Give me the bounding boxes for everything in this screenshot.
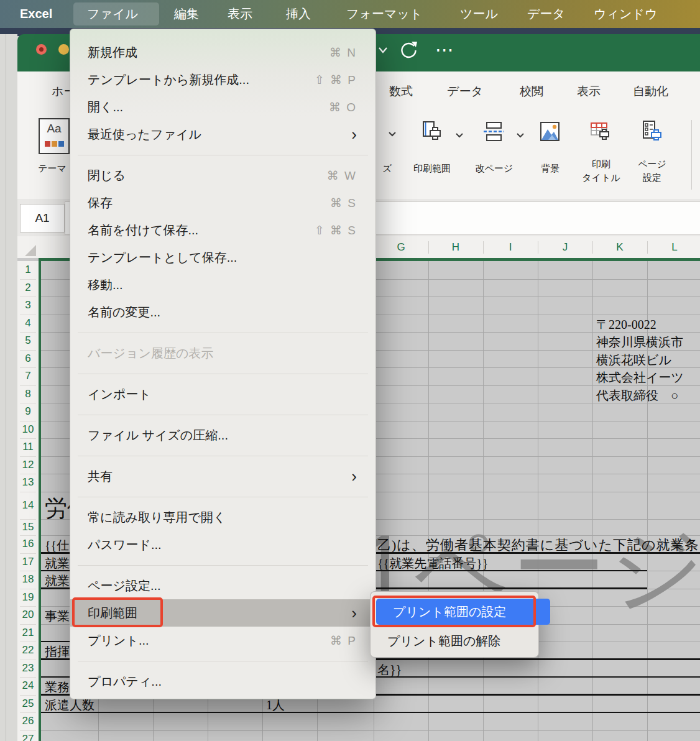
file-menu: 新規作成⌘ Nテンプレートから新規作成...⇧ ⌘ P開く...⌘ O最近使った…: [70, 29, 376, 699]
menu-separator: [78, 415, 368, 415]
menu-separator: [78, 661, 368, 661]
screen: ⋯ ホーム数式データ校閲表示自動化ヘ Aa テーマ ズ 印刷範囲 改ページ: [0, 0, 700, 741]
menu-item-プリント[interactable]: プリント...⌘ P: [70, 627, 375, 654]
menubar-item-4[interactable]: 挿入: [286, 0, 311, 28]
table-border: [41, 712, 700, 714]
menu-item-label: 共有: [88, 468, 351, 485]
menubar-item-5[interactable]: フォーマット: [346, 0, 422, 28]
menubar-item-8[interactable]: ウィンドウ: [594, 0, 657, 28]
menu-item-label: 印刷範囲: [88, 605, 351, 622]
menu-item-常に読み取り専用で開く[interactable]: 常に読み取り専用で開く: [70, 504, 375, 531]
print-area-submenu: プリント範囲の設定 プリント範囲の解除: [370, 591, 539, 658]
menu-separator: [78, 497, 368, 497]
menu-item-label: 常に読み取り専用で開く: [88, 509, 357, 526]
menu-item-インポト[interactable]: インポート: [70, 380, 375, 408]
menu-item-新規作成[interactable]: 新規作成⌘ N: [70, 39, 375, 66]
menu-separator: [78, 456, 368, 456]
menu-item-移動[interactable]: 移動...: [70, 271, 375, 298]
submenu-item-set-print-area[interactable]: プリント範囲の設定: [376, 599, 550, 625]
menu-item-パスワド[interactable]: パスワード...: [70, 531, 375, 558]
menu-item-ペジ設定[interactable]: ページ設定...: [70, 572, 375, 599]
menu-separator: [78, 565, 368, 566]
menu-item-label: バージョン履歴の表示: [88, 345, 357, 362]
menu-item-テンプレトから新規作成[interactable]: テンプレートから新規作成...⇧ ⌘ P: [70, 66, 375, 93]
menu-item-名前を付けて保存[interactable]: 名前を付けて保存...⇧ ⌘ S: [70, 216, 375, 244]
menu-item-label: プロパティ...: [88, 673, 357, 690]
menu-item-名前の変更[interactable]: 名前の変更...: [70, 298, 375, 326]
menu-item-ファイルサイズの圧縮[interactable]: ファイル サイズの圧縮...: [70, 421, 375, 449]
menu-item-バジョン履歴の表示[interactable]: バージョン履歴の表示: [70, 339, 375, 367]
menu-item-共有[interactable]: 共有›: [70, 463, 375, 490]
menu-item-label: 閉じる: [88, 167, 327, 184]
submenu-chevron-icon: ›: [351, 607, 357, 619]
menu-item-label: 移動...: [88, 277, 357, 293]
menu-item-保存[interactable]: 保存⌘ S: [70, 189, 375, 216]
menu-item-label: 新規作成: [88, 44, 329, 61]
menu-item-テンプレトとして保存[interactable]: テンプレートとして保存...: [70, 244, 375, 271]
menubar-item-2[interactable]: 編集: [174, 0, 199, 28]
menubar-item-6[interactable]: ツール: [460, 0, 498, 28]
menu-item-label: インポート: [88, 386, 357, 403]
menu-separator: [78, 333, 368, 333]
menu-item-shortcut: ⇧ ⌘ S: [315, 223, 357, 237]
menu-item-shortcut: ⌘ O: [329, 100, 357, 114]
menu-item-label: プリント...: [88, 632, 330, 649]
menubar: Excelファイル編集表示挿入フォーマットツールデータウィンドウ: [0, 0, 700, 28]
menu-item-label: 名前の変更...: [88, 304, 357, 321]
menu-item-プロパティ[interactable]: プロパティ...: [70, 668, 375, 695]
menubar-app-title: Excel: [20, 0, 52, 28]
menu-item-印刷範囲[interactable]: 印刷範囲›: [70, 599, 375, 627]
menu-item-shortcut: ⇧ ⌘ P: [315, 73, 357, 87]
menu-separator: [78, 374, 368, 374]
submenu-item-clear-print-area[interactable]: プリント範囲の解除: [371, 627, 555, 655]
menu-item-label: テンプレートとして保存...: [88, 249, 357, 266]
menu-separator: [78, 155, 368, 155]
menu-item-閉じる[interactable]: 閉じる⌘ W: [70, 162, 375, 189]
menu-item-label: テンプレートから新規作成...: [88, 71, 315, 88]
menu-item-label: 名前を付けて保存...: [88, 222, 315, 239]
print-area-left-border: [39, 258, 41, 741]
menubar-item-3[interactable]: 表示: [228, 0, 252, 28]
menu-item-shortcut: ⌘ S: [330, 196, 357, 210]
menu-item-最近使ったファイル[interactable]: 最近使ったファイル›: [70, 121, 375, 148]
submenu-chevron-icon: ›: [351, 470, 357, 482]
menu-item-開く[interactable]: 開く...⌘ O: [70, 93, 375, 121]
menu-item-label: 保存: [88, 195, 330, 211]
menu-item-label: ページ設定...: [88, 578, 357, 594]
menu-item-label: 開く...: [88, 99, 329, 116]
menu-item-shortcut: ⌘ N: [329, 45, 357, 60]
menu-item-shortcut: ⌘ P: [330, 633, 357, 648]
submenu-chevron-icon: ›: [351, 128, 357, 140]
menu-item-shortcut: ⌘ W: [327, 168, 357, 183]
menu-item-label: 最近使ったファイル: [88, 126, 351, 143]
menu-item-label: ファイル サイズの圧縮...: [88, 427, 357, 444]
menubar-item-1[interactable]: ファイル: [87, 0, 138, 28]
menubar-item-7[interactable]: データ: [527, 0, 565, 28]
menu-item-label: パスワード...: [88, 536, 357, 553]
